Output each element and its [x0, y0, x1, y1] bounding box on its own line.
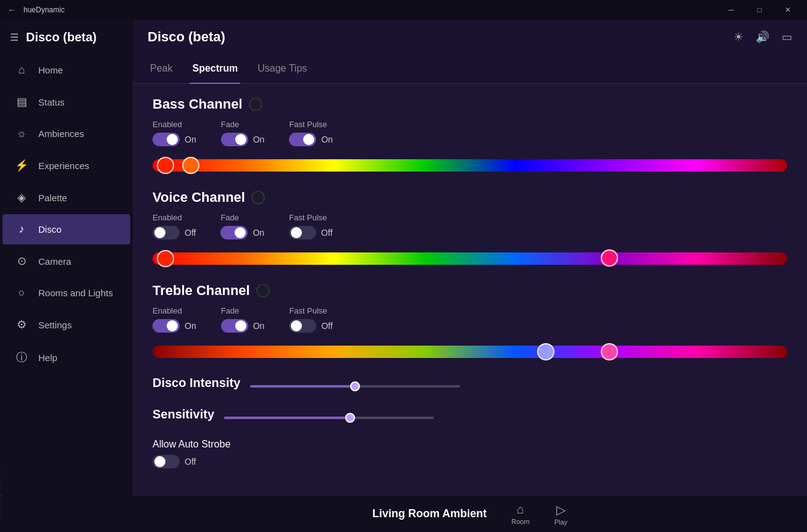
bass-thumb-1[interactable] [157, 157, 174, 174]
voice-fade-state: On [253, 228, 264, 238]
voice-thumb-2[interactable] [601, 249, 618, 267]
sensitivity-label: Sensitivity [153, 407, 214, 422]
display-icon[interactable]: ▭ [782, 30, 792, 44]
voice-gradient-track [153, 252, 787, 265]
sensitivity-fill [224, 417, 350, 419]
bass-channel-section: Bass Channel Enabled On Fad [153, 96, 787, 175]
disco-intensity-row: Disco Intensity [153, 376, 787, 396]
auto-strobe-toggle[interactable] [153, 455, 180, 468]
sidebar-item-label: Home [38, 65, 63, 75]
bass-channel-header: Bass Channel [153, 96, 787, 112]
window-controls: ─ □ ✕ [717, 0, 802, 20]
titlebar-app-name: hueDynamic [23, 6, 65, 14]
voice-enabled-toggle[interactable] [153, 226, 180, 239]
audio-icon[interactable]: 🔊 [756, 30, 769, 44]
treble-fastpulse-group: Fast Pulse Off [289, 306, 332, 333]
treble-thumb-1[interactable] [537, 343, 554, 360]
treble-gradient-slider[interactable] [153, 343, 787, 361]
sensitivity-track[interactable] [224, 417, 434, 419]
page-title: Disco (beta) [148, 29, 225, 45]
tabs-bar: Peak Spectrum Usage Tips [133, 54, 807, 84]
sidebar-item-disco[interactable]: ♪ Disco [2, 214, 130, 244]
voice-fade-toggle[interactable] [220, 226, 248, 239]
play-button[interactable]: ▷ Play [554, 502, 567, 526]
bass-thumb-2[interactable] [182, 157, 199, 174]
bass-fastpulse-toggle[interactable] [289, 133, 316, 146]
sidebar-item-camera[interactable]: ⊙ Camera [2, 246, 130, 276]
treble-enabled-toggle[interactable] [153, 319, 180, 333]
treble-fade-toggle-row: On [221, 319, 265, 333]
voice-thumb-1[interactable] [157, 250, 174, 267]
treble-thumb-2[interactable] [601, 343, 618, 360]
treble-fastpulse-toggle-row: Off [289, 319, 332, 333]
main-content: Disco (beta) ☀ 🔊 ▭ Peak Spectrum Usage T… [133, 20, 807, 532]
bass-enabled-label: Enabled [153, 120, 196, 129]
bass-fastpulse-toggle-row: On [289, 133, 333, 146]
room-label: Room [511, 518, 529, 525]
bass-fade-thumb [235, 134, 246, 145]
ambiences-icon: ☼ [15, 127, 28, 140]
minimize-button[interactable]: ─ [717, 0, 745, 20]
treble-fastpulse-toggle[interactable] [289, 319, 316, 333]
tab-usage-tips[interactable]: Usage Tips [255, 54, 309, 84]
room-button[interactable]: ⌂ Room [511, 502, 529, 525]
voice-fastpulse-state: Off [321, 228, 332, 238]
bass-fade-toggle-row: On [221, 133, 265, 146]
sensitivity-thumb[interactable] [345, 413, 355, 423]
voice-fade-thumb [235, 227, 246, 238]
treble-enabled-toggle-row: On [153, 319, 196, 333]
treble-enabled-label: Enabled [153, 306, 196, 315]
treble-channel-header: Treble Channel [153, 283, 787, 299]
voice-enabled-group: Enabled Off [153, 213, 196, 239]
disco-intensity-thumb[interactable] [350, 381, 360, 391]
sidebar-item-settings[interactable]: ⚙ Settings [2, 309, 130, 340]
bottom-bar-title: Living Room Ambient [372, 507, 487, 520]
treble-channel-dot [256, 284, 270, 297]
sidebar-item-help[interactable]: ⓘ Help [2, 341, 130, 373]
brightness-icon[interactable]: ☀ [734, 30, 743, 44]
treble-fade-thumb [235, 320, 246, 331]
treble-gradient-track [153, 346, 787, 358]
hamburger-icon[interactable]: ☰ [10, 31, 19, 43]
voice-fastpulse-group: Fast Pulse Off [289, 213, 332, 239]
content-scroll[interactable]: Bass Channel Enabled On Fad [133, 84, 807, 495]
sidebar-watermark: hueDynamic [0, 466, 2, 520]
tab-spectrum[interactable]: Spectrum [190, 54, 240, 84]
treble-controls-row: Enabled On Fade [153, 306, 787, 333]
tab-peak[interactable]: Peak [148, 54, 175, 84]
sidebar-item-label: Experiences [38, 160, 90, 171]
sidebar-item-status[interactable]: ▤ Status [2, 86, 130, 117]
sidebar-item-label: Disco [38, 224, 62, 235]
bass-fade-toggle[interactable] [221, 133, 248, 146]
settings-icon: ⚙ [15, 318, 28, 331]
disco-intensity-track[interactable] [250, 385, 460, 388]
sidebar-item-rooms[interactable]: ○ Rooms and Lights [2, 278, 130, 308]
room-icon: ⌂ [517, 502, 524, 517]
bass-channel-dot [249, 98, 262, 111]
bass-enabled-state: On [185, 135, 196, 144]
sidebar-item-palette[interactable]: ◈ Palette [2, 182, 130, 213]
bass-enabled-toggle[interactable] [153, 133, 180, 146]
disco-intensity-section: Disco Intensity [153, 376, 787, 396]
voice-fastpulse-toggle[interactable] [289, 226, 316, 239]
voice-gradient-slider[interactable] [153, 249, 787, 268]
treble-enabled-thumb [167, 320, 178, 331]
bass-channel-title: Bass Channel [153, 96, 243, 112]
auto-strobe-toggle-row: Off [153, 455, 787, 468]
sidebar: ☰ Disco (beta) ⌂ Home ▤ Status ☼ Ambienc… [0, 20, 133, 532]
maximize-button[interactable]: □ [745, 0, 774, 20]
treble-fastpulse-state: Off [321, 321, 332, 331]
play-icon: ▷ [556, 502, 566, 517]
back-button[interactable]: ← [5, 2, 19, 17]
treble-fade-toggle[interactable] [221, 319, 248, 333]
sidebar-item-home[interactable]: ⌂ Home [2, 55, 130, 85]
voice-enabled-thumb [154, 227, 165, 238]
disco-icon: ♪ [15, 223, 28, 236]
auto-strobe-state: Off [185, 457, 196, 467]
rooms-icon: ○ [15, 286, 28, 299]
sidebar-item-ambiences[interactable]: ☼ Ambiences [2, 118, 130, 149]
sidebar-item-experiences[interactable]: ⚡ Experiences [2, 150, 130, 181]
bass-gradient-slider[interactable] [153, 156, 787, 175]
close-button[interactable]: ✕ [774, 0, 802, 20]
sidebar-item-label: Rooms and Lights [38, 288, 113, 298]
